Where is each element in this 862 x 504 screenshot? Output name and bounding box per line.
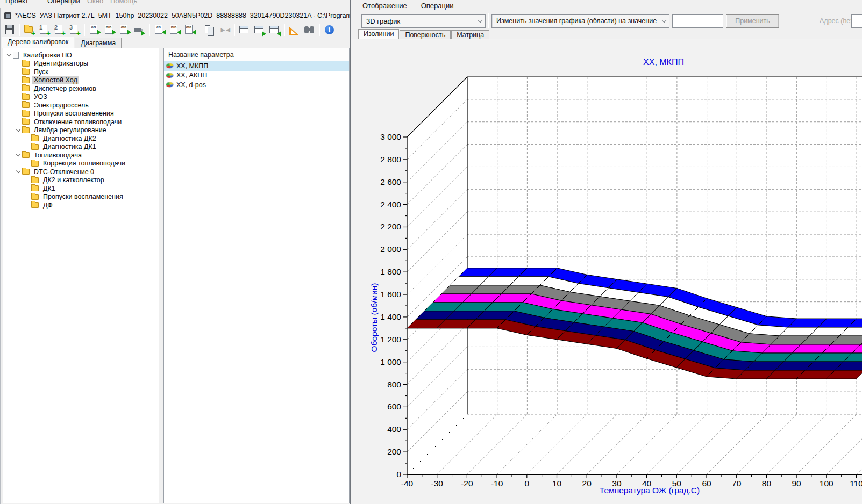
tree-item[interactable]: Пуск — [3, 68, 159, 76]
tree-item[interactable]: Калибровки ПО — [3, 51, 159, 60]
folder-icon — [31, 135, 39, 141]
export-usb-icon[interactable] — [133, 24, 146, 37]
svg-text:2 600: 2 600 — [380, 177, 401, 186]
menu-project[interactable]: Проект — [5, 0, 29, 5]
folder-icon — [31, 202, 39, 208]
add-folder-icon[interactable]: + — [23, 24, 36, 37]
parameter-row[interactable]: ХХ, d-pos — [164, 80, 349, 90]
table-import-icon[interactable] — [268, 24, 281, 37]
parameter-row[interactable]: ХХ, АКПП — [164, 71, 349, 81]
toolbar-separator — [149, 24, 150, 36]
graph-toolbar: 3D график Изменить значения графика (обл… — [351, 11, 862, 29]
tree-item[interactable]: Электродроссель — [3, 101, 159, 110]
tree-item-label: Диагностика ДК1 — [41, 143, 98, 150]
folder-icon — [31, 194, 39, 200]
save-icon[interactable] — [3, 24, 16, 37]
tree-item[interactable]: УОЗ — [3, 93, 159, 102]
chevron-expanded-icon[interactable] — [16, 127, 20, 132]
import-cs-icon[interactable]: cs — [153, 24, 166, 37]
merge-icon[interactable]: ►◄ — [218, 24, 231, 37]
tree-item[interactable]: ДФ — [3, 201, 159, 210]
svg-text:-40: -40 — [401, 479, 414, 488]
parameter-list: Название параметра ХХ, МКППХХ, АКППХХ, d… — [163, 48, 350, 503]
folder-icon — [22, 127, 30, 133]
folder-icon — [22, 69, 30, 75]
tab-isolines[interactable]: Изолинии — [358, 29, 399, 39]
add-slot-2-icon[interactable]: 2+ — [53, 24, 66, 37]
tree-item[interactable]: Топливоподача — [3, 151, 159, 160]
value-input[interactable] — [672, 14, 723, 28]
address-hex-input[interactable] — [851, 14, 862, 28]
parameter-row[interactable]: ХХ, МКПП — [164, 61, 349, 71]
x-axis-title: Температура ОЖ (град.С) — [600, 486, 700, 495]
chevron-down-icon — [478, 18, 482, 23]
tree-item[interactable]: ДК2 и катколлектор — [3, 176, 159, 185]
compare-windows-icon[interactable] — [203, 24, 216, 37]
import-dta-icon[interactable]: dta — [183, 24, 196, 37]
toolbar-separator — [19, 24, 20, 36]
svg-text:-20: -20 — [461, 479, 473, 488]
parameter-label: ХХ, d-pos — [176, 81, 206, 89]
folder-icon — [22, 169, 30, 175]
tree-item-label: Холостой Ход — [32, 76, 79, 84]
tree-item-label: Пропуски воспламенения — [41, 193, 125, 200]
parameter-list-header[interactable]: Название параметра — [164, 48, 349, 61]
tree-item-label: Электродроссель — [32, 102, 90, 109]
tree-item[interactable]: Холостой Ход — [3, 76, 159, 85]
menu-operations[interactable]: Операции — [47, 0, 80, 5]
chip-icon — [4, 12, 11, 19]
view-mode-select[interactable]: 3D график — [361, 14, 486, 28]
export-ori-icon[interactable]: ori — [88, 24, 101, 37]
export-dta-icon[interactable]: dta — [118, 24, 131, 37]
chevron-expanded-icon[interactable] — [7, 52, 11, 56]
svg-text:90: 90 — [792, 479, 801, 488]
toolbar-separator — [488, 13, 489, 28]
operation-select[interactable]: Изменить значения графика (области) на з… — [491, 14, 669, 28]
svg-text:110: 110 — [850, 479, 862, 488]
calibration-tree[interactable]: Калибровки ПОИдентификаторыПускХолостой … — [3, 48, 159, 503]
tree-item[interactable]: Пропуски воспламенения — [3, 110, 159, 118]
chevron-expanded-icon[interactable] — [16, 169, 20, 173]
tree-item-label: Калибровки ПО — [22, 52, 74, 59]
tree-item[interactable]: Лямбда регулирование — [3, 126, 159, 135]
svg-text:200: 200 — [387, 447, 401, 456]
ruler-icon[interactable] — [288, 24, 301, 37]
import-bin-icon[interactable]: bin — [168, 24, 181, 37]
tree-item[interactable]: Пропуски воспламенения — [3, 193, 159, 201]
search-binoculars-icon[interactable] — [303, 24, 316, 37]
parameter-list-body: ХХ, МКППХХ, АКППХХ, d-pos — [164, 61, 349, 90]
tab-matrix[interactable]: Матрица — [451, 30, 489, 39]
folder-icon — [22, 61, 30, 67]
add-slot-3-icon[interactable]: 3+ — [68, 24, 81, 37]
add-slot-1-icon[interactable]: 1+ — [38, 24, 51, 37]
window-title: *AECS_УАЗ Патриот 2.7L_5MT_150hp_2023002… — [15, 12, 350, 19]
menu-display[interactable]: Отображение — [362, 2, 407, 10]
chevron-expanded-icon[interactable] — [16, 152, 20, 156]
svg-text:80: 80 — [762, 479, 772, 488]
tab-surface[interactable]: Поверхность — [400, 30, 451, 39]
graph-menubar: Отображение Операции — [351, 0, 862, 11]
tree-item[interactable]: Коррекция топливоподачи — [3, 160, 159, 168]
left-tab-bar: Дерево калибровок Диаграмма — [2, 37, 122, 48]
tree-item[interactable]: Диагностика ДК1 — [3, 143, 159, 152]
apply-button[interactable]: Применить — [726, 14, 779, 28]
table-icon[interactable] — [238, 24, 251, 37]
menu-graph-operations[interactable]: Операции — [421, 2, 454, 10]
isoline-chart[interactable]: 02004006008001 0001 2001 4001 6001 8002 … — [351, 39, 862, 504]
table-export-icon[interactable] — [253, 24, 266, 37]
info-icon[interactable]: i — [323, 24, 336, 37]
tab-diagram[interactable]: Диаграмма — [75, 38, 122, 48]
tree-item[interactable]: DTC-Отключение 0 — [3, 168, 159, 176]
toolbar-separator — [84, 24, 85, 36]
map-3d-icon — [165, 63, 174, 69]
tree-item-label: Пропуски воспламенения — [32, 110, 116, 117]
parameter-label: ХХ, АКПП — [176, 71, 207, 79]
tree-item[interactable]: ДК1 — [3, 184, 159, 193]
tree-item[interactable]: Диспетчер режимов — [3, 84, 159, 93]
main-menubar: Проект Операции Окно Помощь — [0, 0, 350, 7]
tree-item[interactable]: Диагностика ДК2 — [3, 134, 159, 143]
tree-item[interactable]: Идентификаторы — [3, 60, 159, 68]
export-bin-icon[interactable]: bin — [103, 24, 116, 37]
tree-item[interactable]: Отключение топливоподачи — [3, 118, 159, 126]
tab-calibration-tree[interactable]: Дерево калибровок — [2, 37, 74, 48]
